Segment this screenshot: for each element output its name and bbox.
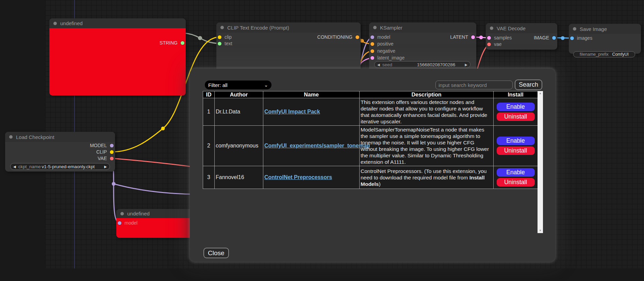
uninstall-button[interactable]: Uninstall <box>497 112 535 121</box>
text-input-port[interactable] <box>218 42 221 46</box>
vae-input-port[interactable] <box>487 42 491 46</box>
model-output-port[interactable] <box>110 144 114 147</box>
ext-name-link[interactable]: ControlNet Preprocessors <box>264 174 332 180</box>
ext-name-link[interactable]: ComfyUI Impact Pack <box>264 109 320 115</box>
seed-decrement-icon[interactable]: ◀ <box>377 63 380 67</box>
node-title-bar[interactable]: Load Checkpoint <box>5 132 115 142</box>
latent-image-input-port[interactable] <box>370 56 374 60</box>
close-button[interactable]: Close <box>203 248 229 258</box>
collapse-dot-icon[interactable] <box>220 26 224 29</box>
header-name: Name <box>263 91 360 98</box>
node-title-bar[interactable]: Save Image <box>569 24 641 34</box>
table-row: 1 Dr.Lt.Data ComfyUI Impact Pack This ex… <box>203 98 538 126</box>
node-vae-decode[interactable]: VAE Decode samples vae IMAGE <box>486 23 557 50</box>
ext-id: 3 <box>203 166 215 189</box>
string-output-port[interactable] <box>181 41 184 45</box>
header-install: Install <box>494 91 538 98</box>
custom-nodes-manager-dialog: Filter: all ⌄ Search ID Author Name Desc… <box>190 69 555 262</box>
reroute-dot[interactable] <box>112 182 116 186</box>
output-string: STRING <box>49 39 186 46</box>
scroll-down-icon[interactable]: ▼ <box>538 228 543 233</box>
images-input-port[interactable] <box>570 36 574 40</box>
seed-increment-icon[interactable]: ▶ <box>465 63 467 67</box>
ckpt-name-widget[interactable]: ◀ ckpt_name v1-5-pruned-emaonly.ckpt ▶ <box>10 163 110 170</box>
vae-output-port[interactable] <box>110 157 114 160</box>
reroute-dot[interactable] <box>561 36 565 40</box>
reroute-dot[interactable] <box>198 36 202 40</box>
clip-output-port[interactable] <box>110 150 114 154</box>
ext-id: 2 <box>203 126 215 166</box>
node-title-bar[interactable]: CLIP Text Encode (Prompt) <box>216 22 361 33</box>
seed-label: seed <box>382 62 392 67</box>
ext-install-cell: Enable Uninstall <box>494 126 538 166</box>
node-load-checkpoint[interactable]: Load Checkpoint MODEL CLIP VAE ◀ ckpt_na… <box>5 132 115 172</box>
reroute-dot[interactable] <box>161 127 165 130</box>
negative-input-port[interactable] <box>370 49 374 53</box>
node-title: undefined <box>127 211 150 216</box>
ext-name-link[interactable]: ComfyUI_experiments/sampler_tonemap <box>264 143 370 148</box>
reroute-dot[interactable] <box>360 39 364 43</box>
collapse-dot-icon[interactable] <box>573 27 576 31</box>
ckpt-name-label: ckpt_name <box>18 164 41 169</box>
ckpt-prev-icon[interactable]: ◀ <box>13 165 16 169</box>
ext-description: This extension offers various detector n… <box>360 98 494 126</box>
header-description: Description <box>360 91 494 98</box>
scroll-up-icon[interactable]: ▲ <box>538 91 543 96</box>
node-undefined-top[interactable]: undefined STRING <box>49 18 186 95</box>
filter-select[interactable]: Filter: all ⌄ <box>205 81 271 89</box>
conditioning-output-port[interactable] <box>356 35 359 39</box>
table-row: 3 Fannovel16 ControlNet Preprocessors Co… <box>203 166 538 189</box>
collapse-dot-icon[interactable] <box>53 22 57 25</box>
ext-install-cell: Enable Uninstall <box>494 166 538 189</box>
search-input[interactable] <box>435 81 513 89</box>
model-input-port[interactable] <box>118 221 121 225</box>
node-title: Load Checkpoint <box>16 134 54 140</box>
node-title: VAE Decode <box>497 25 526 31</box>
table-header-row: ID Author Name Description Install <box>203 91 538 98</box>
filename-prefix-label: filename_prefix <box>580 52 609 57</box>
reroute-dot[interactable] <box>479 36 483 39</box>
table-row: 2 comfyanonymous ComfyUI_experiments/sam… <box>203 126 538 166</box>
node-title: undefined <box>60 20 83 26</box>
enable-button[interactable]: Enable <box>497 103 535 111</box>
filename-prefix-value: ComfyUI <box>612 52 629 57</box>
ext-install-cell: Enable Uninstall <box>494 98 538 126</box>
uninstall-button[interactable]: Uninstall <box>497 178 535 187</box>
ext-description: ModelSamplerTonemapNoiseTest a node that… <box>360 126 494 166</box>
output-vae: VAE <box>5 155 115 162</box>
uninstall-button[interactable]: Uninstall <box>497 146 535 155</box>
input-vae: vae <box>486 41 557 48</box>
input-images: images <box>569 35 641 41</box>
collapse-dot-icon[interactable] <box>373 26 377 29</box>
input-text: text <box>216 40 361 47</box>
output-image: IMAGE <box>486 34 557 41</box>
ext-author: comfyanonymous <box>215 126 263 166</box>
node-title: KSampler <box>380 25 402 31</box>
enable-button[interactable]: Enable <box>497 137 535 145</box>
node-body: STRING <box>49 28 186 95</box>
collapse-dot-icon[interactable] <box>490 27 493 30</box>
search-button[interactable]: Search <box>515 80 542 90</box>
filename-prefix-widget[interactable]: filename_prefix ComfyUI <box>573 51 635 57</box>
output-clip: CLIP <box>5 148 115 155</box>
enable-button[interactable]: Enable <box>497 168 535 177</box>
table-scrollbar[interactable]: ▲ ▼ <box>538 91 543 233</box>
node-title-bar[interactable]: KSampler <box>369 22 476 33</box>
collapse-dot-icon[interactable] <box>9 135 13 139</box>
node-title: CLIP Text Encode (Prompt) <box>227 25 289 31</box>
seed-widget[interactable]: ◀ seed 156680208700286 ▶ <box>374 61 470 68</box>
node-save-image[interactable]: Save Image images filename_prefix ComfyU… <box>569 24 641 54</box>
image-output-port[interactable] <box>552 36 556 40</box>
node-ksampler[interactable]: KSampler model positive negative latent_… <box>369 22 476 73</box>
extensions-table: ID Author Name Description Install 1 Dr.… <box>203 91 538 189</box>
header-author: Author <box>215 91 263 98</box>
ext-id: 1 <box>203 98 215 126</box>
filter-select-value: Filter: all <box>208 82 228 88</box>
latent-output-port[interactable] <box>471 35 475 39</box>
node-title-bar[interactable]: VAE Decode <box>486 23 557 33</box>
node-title-bar[interactable]: undefined <box>49 18 186 28</box>
positive-input-port[interactable] <box>370 42 374 46</box>
collapse-dot-icon[interactable] <box>120 212 124 215</box>
ckpt-next-icon[interactable]: ▶ <box>104 165 107 169</box>
ext-author: Fannovel16 <box>215 166 263 189</box>
